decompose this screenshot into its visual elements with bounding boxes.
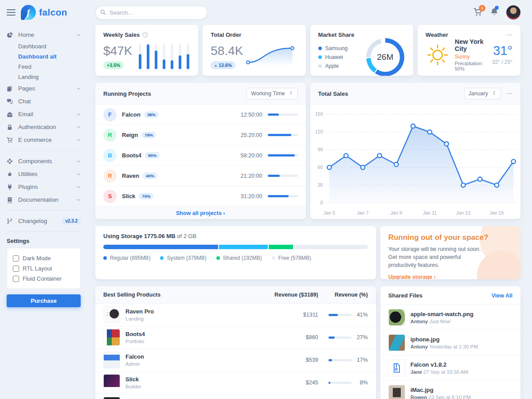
checkbox-dark-mode[interactable]: Dark Mode <box>13 253 74 263</box>
bell-icon[interactable] <box>490 8 499 18</box>
mini-bar <box>171 44 173 69</box>
product-list: Raven ProLanding$131141%Boots4Portfolio$… <box>95 304 376 394</box>
checkbox-input[interactable] <box>13 255 19 262</box>
file-name-link[interactable]: iMac.jpg <box>411 387 434 393</box>
svg-text:150: 150 <box>315 111 323 117</box>
sidebar-item-home[interactable]: Home <box>7 28 81 41</box>
checkbox-label: Dark Mode <box>23 255 51 262</box>
checkbox-input[interactable] <box>13 276 19 282</box>
sidebar-item-components[interactable]: Components <box>7 155 81 168</box>
show-all-projects-link[interactable]: Show all projects › <box>95 207 306 219</box>
product-name-link[interactable]: Raven Pro <box>125 308 154 315</box>
checkbox-input[interactable] <box>13 266 19 272</box>
search-input[interactable] <box>95 6 207 20</box>
copy-icon <box>7 86 14 92</box>
svg-text:Jan 7: Jan 7 <box>357 210 368 215</box>
product-category-link[interactable]: Builder <box>125 384 247 389</box>
mini-bar <box>139 44 141 69</box>
panel-title: Running Projects <box>103 90 151 97</box>
list-item: iphone.jpgAntony Yesterday at 1:30 PM <box>380 330 520 356</box>
help-icon[interactable]: ? <box>142 32 148 38</box>
project-name-link[interactable]: Reign <box>122 132 138 138</box>
topbar-actions: 1 <box>473 5 520 20</box>
weather-range: 32° / 25° <box>492 59 512 65</box>
sidebar-item-pages[interactable]: Pages <box>7 82 81 95</box>
product-revenue: $1311 <box>247 312 318 318</box>
project-percent-badge: 38% <box>144 111 159 118</box>
legend-label: Samsung <box>325 45 348 51</box>
sidebar-item-label: Documentation <box>18 196 72 203</box>
project-avatar: R <box>103 169 117 183</box>
svg-text:30: 30 <box>317 182 323 188</box>
column-revenue: Revenue ($3189) <box>247 292 318 298</box>
mini-bar <box>147 44 149 69</box>
topbar: 1 <box>95 0 520 25</box>
cart-icon[interactable]: 1 <box>473 8 482 18</box>
svg-text:?: ? <box>145 33 146 37</box>
product-category-link[interactable]: Portfolio <box>125 339 247 344</box>
cart-icon <box>7 137 14 143</box>
chevron-down-icon <box>76 125 81 129</box>
sidebar-item-dashboard[interactable]: Dashboard <box>18 41 81 51</box>
checkbox-fluid-container[interactable]: Fluid Container <box>13 274 74 284</box>
view-all-link[interactable]: View All <box>492 293 512 299</box>
project-name-link[interactable]: Slick <box>122 193 135 200</box>
sidebar-item-authentication[interactable]: Authentication <box>7 121 81 133</box>
file-name-link[interactable]: apple-smart-watch.png <box>411 311 473 317</box>
checkbox-label: RTL Layout <box>23 265 52 272</box>
upgrade-storage-link[interactable]: Upgrade storage › <box>388 274 436 279</box>
sidebar-item-chat[interactable]: Chat <box>7 95 81 108</box>
ellipsis-menu-icon[interactable] <box>506 90 512 97</box>
comments-icon <box>7 98 14 105</box>
search-icon <box>100 9 106 16</box>
user-avatar[interactable] <box>506 5 520 20</box>
legend-label: System (379MB) <box>167 255 206 261</box>
sidebar-item-plugins[interactable]: Plugins <box>7 180 81 193</box>
project-name-link[interactable]: Falcon <box>122 111 141 118</box>
total-sales-line-chart: 0306090120150Jan 5Jan 7Jan 9Jan 11Jan 13… <box>310 105 521 219</box>
month-select[interactable]: January <box>464 88 501 99</box>
sidebar-item-email[interactable]: Email <box>7 108 81 121</box>
falcon-logo[interactable]: f falcon <box>21 5 67 20</box>
nav-divider <box>7 231 81 232</box>
sidebar: f falcon HomeDashboardDashboard altFeedL… <box>0 0 89 399</box>
column-revenue-percent: Revenue (%) <box>318 292 368 298</box>
file-name-link[interactable]: iphone.jpg <box>411 336 440 343</box>
legend-dot <box>216 256 220 260</box>
file-name-link[interactable]: Falcon v1.8.2 <box>411 361 447 368</box>
legend-label: Apple <box>325 63 339 69</box>
sidebar-item-dashboard-alt[interactable]: Dashboard alt <box>18 51 81 62</box>
sidebar-item-label: Authentication <box>18 124 72 130</box>
project-row: SSlick70%31:20:00 <box>95 186 306 207</box>
purchase-button[interactable]: Purchase <box>7 294 81 307</box>
checkbox-rtl-layout[interactable]: RTL Layout <box>13 263 74 274</box>
product-category-link[interactable]: Landing <box>125 316 247 321</box>
sidebar-item-label: Home <box>18 31 72 38</box>
project-name-link[interactable]: Raven <box>122 172 139 179</box>
weather-card: Weather New York City <box>418 25 520 76</box>
shared-files-card: Shared Files View All apple-smart-watch.… <box>380 286 520 399</box>
market-share-legend: SamsungHuaweiApple <box>318 44 348 70</box>
menu-toggle-icon[interactable] <box>7 9 16 16</box>
sidebar-header: f falcon <box>7 0 81 25</box>
product-category-link[interactable]: Admin <box>125 361 247 367</box>
ellipsis-menu-icon[interactable] <box>506 32 512 38</box>
storage-segment <box>294 245 368 249</box>
sidebar-item-documentation[interactable]: Documentation <box>7 193 81 206</box>
sidebar-item-feed[interactable]: Feed <box>18 62 81 72</box>
product-name-link[interactable]: Slick <box>125 376 139 383</box>
sidebar-item-landing[interactable]: Landing <box>18 72 81 82</box>
project-name-link[interactable]: Boots4 <box>122 152 141 159</box>
storage-segment <box>103 245 218 249</box>
project-avatar: B <box>103 149 117 162</box>
revenue-progress-bar <box>329 359 352 361</box>
sidebar-item-e-commerce[interactable]: E commerce <box>7 133 81 146</box>
product-name-link[interactable]: Falcon <box>125 353 144 360</box>
file-timestamp: 27 Sep at 10:30 AM <box>423 369 468 375</box>
working-time-select[interactable]: Working Time <box>246 88 297 99</box>
product-name-link[interactable]: Boots4 <box>125 331 145 337</box>
storage-row: Using Storage 1775.06 MB of 2 GB Regular… <box>95 226 520 279</box>
sidebar-item-changelog[interactable]: Changelogv2.3.2 <box>7 215 81 227</box>
sidebar-item-utilities[interactable]: Utilities <box>7 168 81 180</box>
sidebar-submenu: DashboardDashboard altFeedLanding <box>7 41 81 82</box>
